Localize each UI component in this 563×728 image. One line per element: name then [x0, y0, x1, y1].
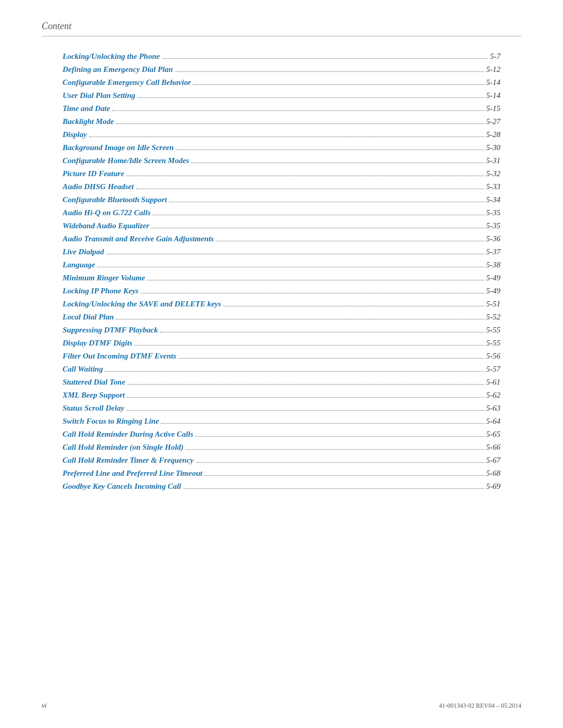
toc-dots: [126, 410, 484, 411]
toc-link[interactable]: Status Scroll Delay: [63, 404, 124, 413]
toc-link[interactable]: Language: [63, 261, 95, 269]
toc-page-number: 5-55: [486, 339, 501, 348]
toc-link[interactable]: Local Dial Plan: [63, 313, 114, 322]
toc-item[interactable]: Switch Focus to Ringing Line5-64: [63, 417, 500, 426]
toc-item[interactable]: Configurable Emergency Call Behavior5-14: [63, 78, 500, 87]
toc-link[interactable]: Locking IP Phone Keys: [63, 287, 139, 295]
toc-item[interactable]: Call Hold Reminder During Active Calls5-…: [63, 430, 500, 439]
toc-item[interactable]: Call Waiting5-57: [63, 365, 500, 374]
toc-item[interactable]: Configurable Home/Idle Screen Modes5-31: [63, 156, 500, 165]
toc-link[interactable]: Time and Date: [63, 104, 110, 113]
toc-link[interactable]: Call Hold Reminder (on Single Hold): [63, 443, 183, 452]
toc-item[interactable]: Locking/Unlocking the Phone5-7: [63, 52, 500, 61]
toc-item[interactable]: Language5-38: [63, 261, 500, 269]
toc-item[interactable]: Backlight Mode5-27: [63, 117, 500, 126]
toc-page-number: 5-64: [486, 417, 501, 426]
toc-item[interactable]: Goodbye Key Cancels Incoming Call5-69: [63, 482, 500, 491]
toc-page-number: 5-49: [486, 287, 501, 295]
toc-dots: [176, 150, 484, 150]
toc-item[interactable]: Stuttered Dial Tone5-61: [63, 378, 500, 387]
toc-page-number: 5-31: [486, 156, 501, 165]
toc-item[interactable]: Filter Out Incoming DTMF Events5-56: [63, 352, 500, 361]
toc-link[interactable]: Background Image on Idle Screen: [63, 143, 174, 152]
toc-page-number: 5-38: [486, 261, 501, 269]
toc-item[interactable]: User Dial Plan Setting5-14: [63, 91, 500, 100]
toc-dots: [89, 137, 484, 137]
toc-link[interactable]: Stuttered Dial Tone: [63, 378, 125, 387]
toc-page-number: 5-63: [486, 404, 501, 413]
toc-page-number: 5-14: [486, 78, 501, 87]
toc-item[interactable]: Call Hold Reminder Timer & Frequency5-67: [63, 456, 500, 465]
toc-item[interactable]: Suppressing DTMF Playback5-55: [63, 326, 500, 335]
toc-item[interactable]: Background Image on Idle Screen5-30: [63, 143, 500, 152]
toc-link[interactable]: Defining an Emergency Dial Plan: [63, 65, 173, 74]
toc-link[interactable]: Suppressing DTMF Playback: [63, 326, 158, 335]
toc-item[interactable]: Configurable Bluetooth Support5-34: [63, 195, 500, 204]
toc-item[interactable]: Picture ID Feature5-32: [63, 169, 500, 178]
toc-link[interactable]: Call Waiting: [63, 365, 103, 374]
toc-link[interactable]: Audio Transmit and Receive Gain Adjustme…: [63, 235, 214, 243]
toc-link[interactable]: Display DTMF Digits: [63, 339, 132, 348]
toc-item[interactable]: Minimum Ringer Volume5-49: [63, 274, 500, 282]
toc-link[interactable]: Minimum Ringer Volume: [63, 274, 145, 282]
toc-link[interactable]: XML Beep Support: [63, 391, 125, 400]
toc-item[interactable]: Audio Transmit and Receive Gain Adjustme…: [63, 235, 500, 243]
toc-item[interactable]: XML Beep Support5-62: [63, 391, 500, 400]
toc-dots: [97, 267, 484, 267]
toc-dots: [147, 280, 484, 280]
toc-link[interactable]: Call Hold Reminder Timer & Frequency: [63, 456, 194, 465]
toc-dots: [204, 475, 484, 476]
toc-item[interactable]: Locking IP Phone Keys5-49: [63, 287, 500, 295]
toc-item[interactable]: Wideband Audio Equalizer5-35: [63, 221, 500, 230]
toc-link[interactable]: Configurable Emergency Call Behavior: [63, 78, 191, 87]
toc-link[interactable]: Preferred Line and Preferred Line Timeou…: [63, 469, 202, 478]
footer-doc-info: 41-001343-02 REV04 – 05.2014: [439, 702, 521, 710]
toc-link[interactable]: Display: [63, 130, 87, 139]
toc-link[interactable]: Configurable Bluetooth Support: [63, 195, 167, 204]
toc-item[interactable]: Defining an Emergency Dial Plan5-12: [63, 65, 500, 74]
toc-item[interactable]: Display DTMF Digits5-55: [63, 339, 500, 348]
toc-item[interactable]: Live Dialpad5-37: [63, 248, 500, 256]
toc-link[interactable]: Wideband Audio Equalizer: [63, 221, 149, 230]
toc-page-number: 5-7: [490, 52, 500, 61]
toc-link[interactable]: Switch Focus to Ringing Line: [63, 417, 159, 426]
toc-dots: [196, 462, 484, 463]
toc-page-number: 5-36: [486, 235, 501, 243]
toc-page-number: 5-49: [486, 274, 501, 282]
toc-page-number: 5-61: [486, 378, 501, 387]
toc-dots: [175, 71, 484, 72]
toc-item[interactable]: Status Scroll Delay5-63: [63, 404, 500, 413]
toc-dots: [106, 254, 484, 254]
toc-dots: [178, 358, 484, 359]
toc-item[interactable]: Time and Date5-15: [63, 104, 500, 113]
toc-container: Locking/Unlocking the Phone5-7Defining a…: [42, 52, 521, 491]
toc-link[interactable]: Backlight Mode: [63, 117, 114, 126]
toc-item[interactable]: Display5-28: [63, 130, 500, 139]
toc-dots: [183, 488, 484, 489]
toc-link[interactable]: Configurable Home/Idle Screen Modes: [63, 156, 189, 165]
toc-link[interactable]: Audio DHSG Headset: [63, 182, 134, 191]
toc-page-number: 5-57: [486, 365, 501, 374]
toc-link[interactable]: Live Dialpad: [63, 248, 104, 256]
toc-dots: [112, 110, 484, 111]
toc-link[interactable]: Locking/Unlocking the Phone: [63, 52, 160, 61]
toc-item[interactable]: Local Dial Plan5-52: [63, 313, 500, 322]
toc-page-number: 5-69: [486, 482, 501, 491]
toc-dots: [151, 228, 484, 228]
toc-item[interactable]: Audio Hi-Q on G.722 Calls5-35: [63, 208, 500, 217]
toc-item[interactable]: Preferred Line and Preferred Line Timeou…: [63, 469, 500, 478]
toc-item[interactable]: Audio DHSG Headset5-33: [63, 182, 500, 191]
toc-item[interactable]: Call Hold Reminder (on Single Hold)5-66: [63, 443, 500, 452]
toc-link[interactable]: Goodbye Key Cancels Incoming Call: [63, 482, 181, 491]
toc-link[interactable]: User Dial Plan Setting: [63, 91, 136, 100]
toc-page-number: 5-67: [486, 456, 501, 465]
toc-link[interactable]: Filter Out Incoming DTMF Events: [63, 352, 176, 361]
toc-dots: [127, 384, 484, 385]
toc-link[interactable]: Audio Hi-Q on G.722 Calls: [63, 208, 151, 217]
toc-link[interactable]: Call Hold Reminder During Active Calls: [63, 430, 193, 439]
toc-link[interactable]: Picture ID Feature: [63, 169, 124, 178]
toc-item[interactable]: Locking/Unlocking the SAVE and DELETE ke…: [63, 300, 500, 309]
toc-page-number: 5-35: [486, 221, 501, 230]
toc-dots: [127, 397, 484, 398]
toc-link[interactable]: Locking/Unlocking the SAVE and DELETE ke…: [63, 300, 221, 309]
